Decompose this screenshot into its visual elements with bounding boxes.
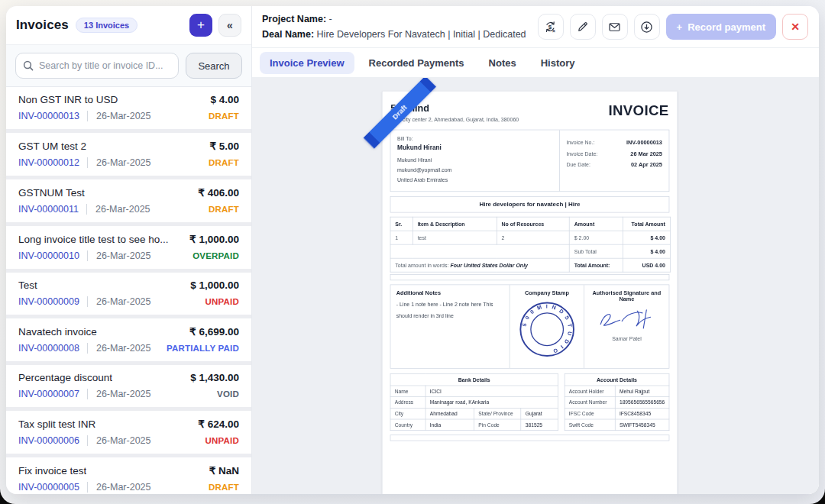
status-badge: UNPAID [205,436,239,445]
ifsc-code-value: IFSC8458345 [615,409,669,420]
bank-city-value: Ahmedabad [425,409,474,420]
email-envelope-icon [607,20,622,34]
invoice-id-link[interactable]: INV-00000008 [18,343,79,354]
invoice-list-item[interactable]: Test$ 1,000.00 INV-0000000926-Mar-2025UN… [6,273,251,315]
invoice-date: 26-Mar-2025 [87,343,151,354]
invoice-amount: ₹ 6,699.00 [189,325,239,338]
bank-pin-label: Pin Code [474,419,521,431]
bank-name-value: ICICI [425,386,558,397]
invoice-title: Non GST INR to USD [18,94,118,105]
svg-text:5 0 0 M I N D S T U D I O: 5 0 0 M I N D S T U D I O [521,304,572,355]
invoice-amount: ₹ NaN [209,464,239,477]
status-badge: DRAFT [209,483,239,492]
bank-state-label: State/ Province [474,409,521,420]
status-badge: DRAFT [209,205,239,214]
invoice-id-link[interactable]: INV-00000009 [18,296,79,307]
invoice-list-item[interactable]: Tax split test INR₹ 624.00 INV-000000062… [6,411,251,454]
add-invoice-button[interactable]: + [189,14,212,37]
account-holder-label: Account Holder [565,386,615,397]
tab-recorded-payments[interactable]: Recorded Payments [359,52,474,74]
invoice-count-badge: 13 Invoices [76,18,138,33]
invoice-date: 26-Mar-2025 [87,296,151,307]
detail-header: Project Name: - Deal Name: Hire Develope… [252,6,819,48]
account-holder-value: Mehul Rajput [615,386,669,397]
collapse-sidebar-button[interactable]: « [218,14,241,37]
divider-strip [390,274,670,280]
invoice-doc-header: 500Mind 806, city center 2, Ahmedabad, G… [383,92,678,128]
invoice-amount: ₹ 5.00 [209,140,239,152]
invoice-list: Non GST INR to USD$ 4.00 INV-0000001326-… [6,87,251,494]
account-details-title: Account Details [565,374,669,386]
deal-name-value: Hire Developers For Navatech | Initial |… [317,29,526,40]
edit-invoice-button[interactable] [570,14,596,40]
record-payment-label: Record payment [688,21,765,33]
bank-state-value: Gujarat [521,409,558,420]
additional-notes-block: Additional Notes - Line 1 note here - Li… [390,285,510,368]
bill-to-label: Bill To: [397,135,552,141]
status-badge: DRAFT [209,111,239,121]
bank-address-value: Maninagar road, KAnkaria [425,397,558,409]
sidebar-title: Invoices [16,18,69,33]
currency-exchange-cancel-button[interactable]: $ × [538,14,564,40]
close-icon: ✕ [791,21,800,33]
col-resources: No of Resources [497,217,569,231]
search-input[interactable] [15,53,179,79]
deal-name-label: Deal Name: [262,29,314,40]
invoice-amount: $ 1,430.00 [190,372,239,383]
bill-to-contact: Mukund Hirani [397,156,552,166]
swift-code-label: Swift Code [565,419,615,431]
cell-resources: 2 [497,231,569,244]
currency-exchange-cancel-icon: $ × [543,20,558,34]
invoice-document: Draft 500Mind 806, city center 2, Ahmeda… [382,91,678,494]
record-payment-button[interactable]: + Record payment [666,14,776,40]
invoice-id-link[interactable]: INV-00000011 [18,204,79,215]
invoice-id-link[interactable]: INV-00000013 [18,111,79,121]
amount-words-value: Four United States Dollar Only [450,262,528,268]
invoice-amount: ₹ 406.00 [198,186,239,199]
invoice-list-item[interactable]: Navatech invoice₹ 6,699.00 INV-000000082… [6,318,251,361]
col-total: Total Amount [623,217,670,231]
bill-to-section: Bill To: Mukund Hirani Mukund Hirani muk… [390,130,670,192]
tab-invoice-preview[interactable]: Invoice Preview [260,52,354,74]
subtotal-label: Sub Total [569,244,623,258]
signatory-name: Samar Patel [589,335,665,341]
status-badge: VOID [217,389,239,399]
invoice-list-item[interactable]: GST UM test 2₹ 5.00 INV-0000001226-Mar-2… [6,133,251,176]
total-amount-value: USD 4.00 [623,258,670,272]
invoice-list-item[interactable]: GSTNUM Test₹ 406.00 INV-0000001126-Mar-2… [6,179,251,222]
subtotal-value: $ 4.00 [623,244,670,258]
send-email-button[interactable] [602,14,628,40]
invoice-amount: ₹ 624.00 [198,418,239,430]
invoice-id-link[interactable]: INV-00000007 [18,389,79,399]
bank-account-section: Bank Details Name ICICI Address Maninaga… [390,373,670,431]
download-invoice-button[interactable] [634,14,660,40]
invoice-list-item[interactable]: Percentage discount$ 1,430.00 INV-000000… [6,365,251,407]
invoice-list-item[interactable]: Non GST INR to USD$ 4.00 INV-0000001326-… [6,87,251,129]
cell-item: test [412,231,497,244]
ifsc-code-label: IFSC Code [565,409,615,420]
tab-history[interactable]: History [531,52,585,74]
invoice-id-link[interactable]: INV-00000006 [18,435,79,446]
invoice-date: 26-Mar-2025 [87,435,151,446]
line-items-table: Sr. Item & Description No of Resources A… [390,217,671,273]
invoice-date: 26-Mar-2025 [87,389,151,399]
company-stamp-label: Company Stamp [513,289,581,296]
invoice-id-link[interactable]: INV-00000012 [18,157,79,168]
invoice-list-item[interactable]: Fix invoice test₹ NaN INV-0000000526-Mar… [6,457,251,494]
status-badge: PARTIALLY PAID [167,344,239,353]
tab-notes[interactable]: Notes [479,52,526,74]
invoice-list-item[interactable]: Long invoice title test to see ho...₹ 1,… [6,226,251,269]
invoice-date-label: Invoice Date: [566,150,597,157]
invoice-id-link[interactable]: INV-00000005 [18,482,79,493]
main-panel: Project Name: - Deal Name: Hire Develope… [252,6,819,494]
search-button[interactable]: Search [186,53,242,79]
invoice-date: 26-Mar-2025 [87,157,151,168]
invoice-doc-title: INVOICE [608,102,668,118]
project-deal-info: Project Name: - Deal Name: Hire Develope… [262,11,526,42]
invoice-id-link[interactable]: INV-00000010 [18,250,79,261]
account-details-table: Account Details Account Holder Mehul Raj… [565,373,670,431]
bank-country-label: Country [390,419,425,431]
close-button[interactable]: ✕ [782,14,808,40]
swift-code-value: SWIFT5458345 [615,419,669,431]
invoice-date: 26-Mar-2025 [87,482,151,493]
